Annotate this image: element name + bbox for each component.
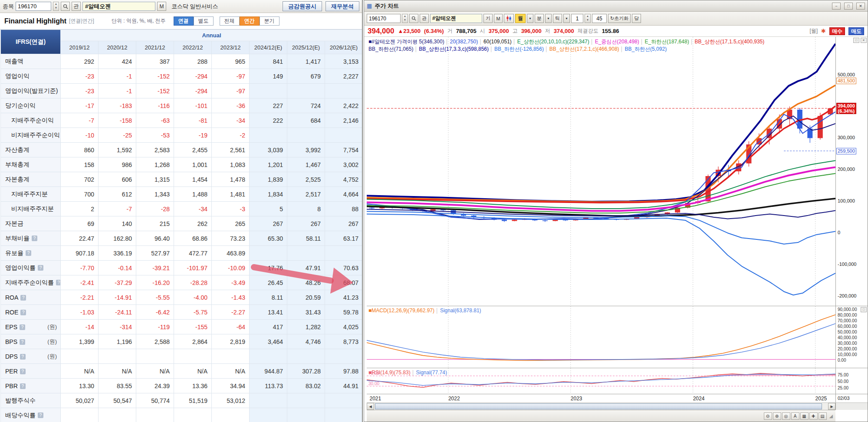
rsi-pane[interactable]: ■RSI(14,9)(75.83)│Signal(77.74) 70.0030.… [367,368,835,394]
table-row: 비지배주주지분2-7-28-34-35888 [1,202,363,216]
period-minute-dropdown-icon[interactable]: ▼ [545,14,552,23]
gi-button[interactable]: 기 [483,14,493,23]
cell: 724 [287,98,325,113]
macd-pane[interactable]: ■MACD(12,26,9)(79,662.97)│Signal(63,878.… [367,306,835,368]
scroll-right-icon[interactable]: ▶ [828,403,835,410]
toggle-annual[interactable]: 연간 [240,16,260,26]
panel-layout-icon[interactable]: ▤ [819,412,827,420]
cross-line-icon[interactable]: ✚ [809,412,818,420]
info-icon[interactable]: ? [38,412,43,418]
row-label: 영업이익(발표기준) [1,84,61,98]
open-value: 375,000 [489,28,509,34]
info-icon[interactable]: ? [56,280,61,285]
info-icon[interactable]: ? [20,310,26,315]
cell: 113.73 [250,379,287,393]
financial-analysis-button[interactable]: 재무분석 [326,1,359,11]
zoom-out-icon[interactable]: ⊖ [764,412,772,420]
cell: 2,517 [287,187,325,202]
cell: 860 [61,143,99,157]
code-spinner[interactable]: ▲▼ [53,2,59,11]
stock-code-input[interactable] [16,2,51,11]
main-pane-close-icon[interactable]: ✕ [861,38,867,43]
dang-button[interactable]: 당 [632,14,641,23]
cell: 612 [99,187,136,202]
cell: 1,834 [250,187,287,202]
cell [250,393,287,408]
macd-pane-settings-icon[interactable]: □ [861,307,867,312]
chart-type-icon[interactable] [504,14,514,23]
stock-name-field[interactable]: #알테오젠 [82,2,155,11]
gwan-button[interactable]: 관 [72,2,81,11]
chart-code-input[interactable] [367,14,401,23]
bar-count-field[interactable]: 45 [592,14,607,23]
window-minimize-icon[interactable]: − [832,3,841,10]
next-date-label: 02/03 [838,396,850,401]
upper-band-marker: 481,500 [836,78,856,84]
chart-stock-name-field[interactable]: #알테오젠 [430,14,482,23]
toggle-quarterly[interactable]: 분기 [260,16,279,26]
cell: 307.28 [287,364,325,379]
cell: 527.97 [136,246,174,261]
reset-button[interactable]: ↻ 초기화 [608,14,631,23]
price-chart-window: ▦ 주가 차트 − □ ✕ ▲▼ 관 #알테오젠 기 M 월 ▼ 분 ▼ 틱 [364,0,868,422]
cell: 162.80 [99,231,136,246]
window-close-icon[interactable]: ✕ [856,3,865,10]
macd-axis-tick: 50,000.00 [838,330,857,334]
sell-button[interactable]: 매도 [848,27,864,35]
cell: 262 [174,216,212,231]
crosshair-icon[interactable]: ◎ [782,412,790,420]
cell [99,349,136,364]
zoom-in-icon[interactable]: ⊕ [773,412,781,420]
window-maximize-icon[interactable]: □ [844,3,853,10]
info-icon[interactable]: ? [20,295,26,301]
period-month-button[interactable]: 월 [515,14,526,23]
period-tick-dropdown-icon[interactable]: ▼ [563,14,570,23]
chart-scrollbar[interactable]: ◀ ▶ [367,402,835,410]
cell: -28 [136,202,174,216]
info-icon[interactable]: ? [26,250,31,256]
scrollbar-track[interactable] [374,403,828,410]
interval-spinner[interactable]: ▲▼ [585,14,591,23]
toggle-all[interactable]: 전체 [220,16,240,26]
financial-highlight-header: Financial Highlight [연결|연간] 단위 : 억원, %, … [0,13,362,29]
scrollbar-thumb[interactable] [375,403,822,409]
chart-code-spinner[interactable]: ▲▼ [402,14,408,23]
m-button[interactable]: M [157,2,166,11]
row-label: 지배주주순이익 [1,113,61,128]
info-icon[interactable]: ? [32,236,37,241]
cell: 20.59 [287,290,325,305]
cell: 31.43 [287,305,325,320]
chart-m-button[interactable]: M [494,14,503,23]
interval-input[interactable] [571,14,583,23]
year-column-header: 2022/12 [174,41,212,54]
cell: -24.11 [99,305,136,320]
info-icon[interactable]: ? [20,339,25,345]
grid-icon[interactable]: ▦ [800,412,809,420]
disclosure-button[interactable]: 금감원공시 [283,1,322,11]
cell: 2,819 [212,334,250,349]
info-icon[interactable]: ? [20,383,26,389]
scroll-left-icon[interactable]: ◀ [367,403,374,410]
period-month-dropdown-icon[interactable]: ▼ [527,14,533,23]
main-pane-settings-icon[interactable]: □ [853,38,859,43]
period-minute-button[interactable]: 분 [535,14,544,23]
period-tick-button[interactable]: 틱 [553,14,562,23]
info-icon[interactable]: ? [38,265,43,271]
text-tool-icon[interactable]: A [791,412,799,420]
cell: 8 [287,202,325,216]
info-icon[interactable]: ? [20,369,26,374]
chart-search-icon[interactable] [409,14,418,23]
main-price-pane[interactable]: ■#알테오젠 가격이평 5(346,300)│20(382,750)│60(10… [367,37,835,306]
toggle-consolidated[interactable]: 연결 [174,16,194,26]
row-label: 영업이익 [1,69,61,84]
chart-settings-icon[interactable]: ✱ [821,28,826,34]
chart-gwan-button[interactable]: 관 [420,14,429,23]
toggle-separate[interactable]: 별도 [194,16,214,26]
cell: 387 [136,54,174,69]
buy-button[interactable]: 매수 [829,27,845,35]
resize-grip-icon[interactable]: ◢ [829,413,833,419]
cell: 149 [250,69,287,84]
search-icon[interactable] [61,2,70,11]
info-icon[interactable]: ? [20,354,26,360]
info-icon[interactable]: ? [20,324,25,330]
